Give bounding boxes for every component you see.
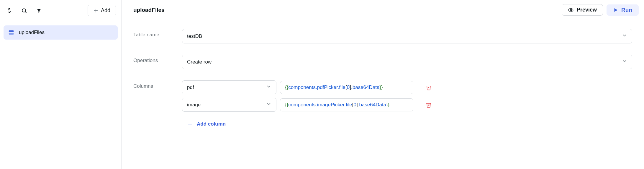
- operations-value: Create row: [187, 59, 212, 65]
- search-icon[interactable]: [20, 6, 28, 15]
- columns-label: Columns: [133, 80, 182, 89]
- column-name-select[interactable]: pdf: [182, 80, 276, 94]
- play-icon: [613, 7, 618, 13]
- svg-rect-5: [9, 33, 14, 35]
- column-value-input[interactable]: {{components.imagePicker.file[0].base64D…: [280, 98, 413, 111]
- column-value-input[interactable]: {{components.pdfPicker.file[0].base64Dat…: [280, 81, 413, 94]
- operations-row: Operations Create row: [133, 55, 632, 69]
- main-panel: uploadFiles Preview Run Table name: [122, 0, 644, 169]
- delete-column-button[interactable]: [423, 99, 435, 111]
- operations-select[interactable]: Create row: [182, 55, 632, 69]
- table-name-row: Table name testDB: [133, 29, 632, 43]
- column-name-value: image: [187, 102, 201, 108]
- delete-column-button[interactable]: [423, 82, 435, 93]
- run-button[interactable]: Run: [607, 4, 639, 16]
- add-label: Add: [101, 7, 110, 14]
- preview-label: Preview: [577, 7, 597, 13]
- sidebar-item-uploadfiles[interactable]: uploadFiles: [4, 25, 118, 40]
- plus-icon: [93, 8, 99, 13]
- trash-icon: [426, 84, 432, 90]
- trash-icon: [426, 102, 432, 108]
- run-label: Run: [621, 7, 632, 13]
- sidebar-body: uploadFiles: [0, 21, 121, 44]
- collapse-icon[interactable]: [5, 6, 14, 15]
- table-name-label: Table name: [133, 29, 182, 38]
- plus-icon: [187, 121, 193, 127]
- database-icon: [8, 29, 15, 36]
- column-name-value: pdf: [187, 84, 194, 90]
- svg-rect-4: [9, 30, 14, 32]
- table-name-select[interactable]: testDB: [182, 29, 632, 43]
- main-header: uploadFiles Preview Run: [122, 0, 644, 20]
- column-name-select[interactable]: image: [182, 98, 276, 112]
- chevron-down-icon: [266, 101, 271, 108]
- main-body: Table name testDB Operations Create row: [122, 20, 644, 140]
- columns-row: Columns pdf {{component: [133, 80, 632, 131]
- sidebar-item-label: uploadFiles: [19, 30, 45, 35]
- add-column-label: Add column: [197, 121, 226, 127]
- chevron-down-icon: [622, 33, 627, 40]
- column-row: pdf {{components.pdfPicker.file[0].base6…: [182, 80, 632, 94]
- column-row: image {{components.imagePicker.file[0].b…: [182, 98, 632, 112]
- chevron-down-icon: [622, 58, 627, 65]
- sidebar: Add uploadFiles: [0, 0, 122, 169]
- add-button[interactable]: Add: [88, 5, 116, 16]
- preview-button[interactable]: Preview: [562, 4, 603, 16]
- table-name-value: testDB: [187, 33, 202, 39]
- sidebar-header: Add: [0, 0, 121, 21]
- page-title: uploadFiles: [133, 7, 165, 13]
- eye-icon: [568, 7, 574, 13]
- svg-line-1: [25, 12, 27, 13]
- columns-list: pdf {{components.pdfPicker.file[0].base6…: [182, 80, 632, 131]
- operations-label: Operations: [133, 55, 182, 64]
- chevron-down-icon: [266, 84, 271, 91]
- filter-icon[interactable]: [35, 6, 43, 15]
- add-column-button[interactable]: Add column: [182, 117, 632, 131]
- svg-point-6: [570, 9, 572, 11]
